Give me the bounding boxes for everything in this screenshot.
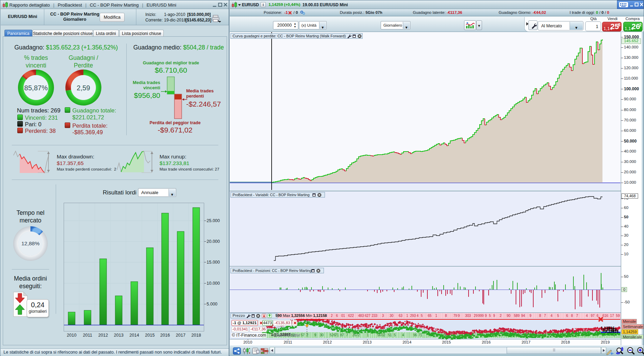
svg-text:9: 9 [493,314,495,318]
svg-text:65: 65 [428,314,432,318]
svg-text:999: 999 [478,314,484,318]
svg-text:627: 627 [365,314,371,318]
svg-text:30: 30 [390,314,394,318]
svg-text:30: 30 [320,333,324,337]
svg-text:6: 6 [597,314,599,318]
svg-text:59: 59 [616,314,620,318]
svg-text:63: 63 [399,314,403,318]
svg-text:1: 1 [406,314,408,318]
svg-text:57: 57 [301,333,305,337]
svg-text:51: 51 [388,333,392,337]
svg-text:90: 90 [507,314,511,318]
svg-text:8: 8 [539,314,541,318]
svg-text:3: 3 [382,314,384,318]
svg-text:8: 8 [571,314,573,318]
svg-text:3: 3 [469,314,471,318]
svg-text:17: 17 [610,314,614,318]
svg-text:96: 96 [413,333,417,337]
svg-text:2: 2 [331,314,333,318]
svg-text:233: 233 [372,314,378,318]
svg-text:30: 30 [465,314,469,318]
svg-text:2: 2 [306,333,308,337]
svg-text:7: 7 [576,314,578,318]
svg-text:87: 87 [340,333,344,337]
svg-text:4: 4 [586,314,588,318]
svg-text:79: 79 [453,314,457,318]
svg-text:589: 589 [514,314,520,318]
svg-text:8: 8 [445,314,447,318]
svg-text:4: 4 [417,314,419,318]
svg-text:01: 01 [341,314,345,318]
svg-text:5: 5 [394,333,396,337]
svg-text:29: 29 [474,314,478,318]
svg-text:4: 4 [402,333,404,337]
svg-text:2: 2 [500,314,502,318]
svg-text:7: 7 [544,314,546,318]
svg-text:483: 483 [358,314,364,318]
svg-text:5: 5 [421,314,423,318]
svg-text:4: 4 [551,314,553,318]
svg-text:7: 7 [346,333,348,337]
svg-text:6: 6 [566,314,568,318]
svg-text:616: 616 [602,314,608,318]
svg-text:1: 1 [435,314,437,318]
svg-text:97: 97 [591,314,595,318]
svg-text:71: 71 [335,333,339,337]
svg-text:71: 71 [418,333,423,337]
svg-text:6: 6 [336,314,338,318]
svg-text:5: 5 [557,314,559,318]
svg-text:1: 1 [367,333,369,337]
svg-text:293: 293 [410,314,416,318]
svg-text:02: 02 [381,333,386,337]
svg-text:9: 9 [314,333,316,337]
svg-text:9: 9 [485,314,487,318]
svg-text:9: 9 [458,314,460,318]
svg-text:622: 622 [348,314,354,318]
svg-text:5: 5 [489,314,491,318]
svg-text:9: 9 [529,314,532,318]
svg-text:94: 94 [521,314,525,318]
